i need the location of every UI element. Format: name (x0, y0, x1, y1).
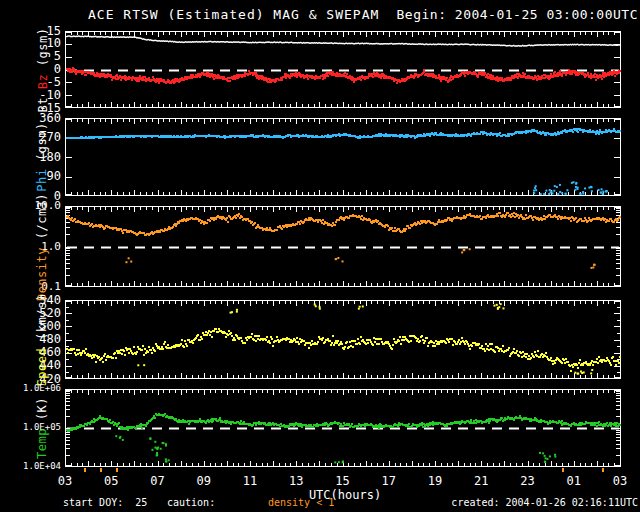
ace-rtsw-plot-screen: ACE RTSW (Estimated) MAG & SWEPAM Begin:… (0, 0, 640, 512)
footer-caution-value: density < 1 (268, 497, 334, 508)
caution-tick-mark (602, 468, 604, 472)
phi-panel-canvas (65, 118, 621, 196)
phi-axis-label-part: (gsm) (35, 122, 49, 168)
x-tick-label: 07 (143, 474, 173, 488)
x-tick-label: 11 (235, 474, 265, 488)
x-tick-label: 03 (50, 474, 80, 488)
x-tick-label: 17 (374, 474, 404, 488)
speed-axis-label-part: (km/s) (35, 293, 49, 347)
phi-axis-label-part: Phi (35, 169, 49, 192)
temp-axis-label-part: (K) (35, 397, 49, 428)
density-axis-label: Density (/cm3) (24, 206, 60, 287)
speed-panel-canvas (65, 300, 621, 379)
x-tick-label: 13 (281, 474, 311, 488)
footer-created-timestamp: created: 2004-01-26 02:16:11UTC (451, 497, 638, 508)
x-tick-label: 01 (559, 474, 589, 488)
mag-axis-label: Bt Bz (gsm) (24, 31, 60, 108)
footer-caution-label: caution: (167, 497, 215, 508)
temp-panel-canvas (65, 389, 621, 467)
mag-panel-canvas (65, 31, 621, 108)
temp-axis-label-part: Temp (35, 428, 49, 459)
phi-axis-label: Phi (gsm) (24, 118, 60, 196)
caution-tick-mark (116, 468, 118, 472)
density-panel-canvas (65, 206, 621, 287)
x-tick-label: 05 (96, 474, 126, 488)
mag-axis-label-part: (gsm) (35, 27, 49, 73)
density-axis-label-part: (/cm3) (35, 192, 49, 246)
caution-tick-mark (562, 468, 564, 472)
x-tick-label: 21 (466, 474, 496, 488)
footer-start-doy: start DOY: 25 (63, 497, 147, 508)
x-tick-label: 09 (189, 474, 219, 488)
x-tick-label: 19 (420, 474, 450, 488)
speed-axis-label: Speed (km/s) (24, 300, 60, 379)
speed-axis-label-part: Speed (35, 347, 49, 386)
x-tick-label: 15 (328, 474, 358, 488)
mag-axis-label-part: Bt (35, 89, 49, 112)
begin-timestamp: Begin: 2004-01-25 03:00:00UTC (397, 7, 638, 22)
caution-tick-mark (100, 468, 102, 472)
temp-axis-label: Temp (K) (24, 389, 60, 467)
x-tick-label: 03 (605, 474, 635, 488)
plot-title: ACE RTSW (Estimated) MAG & SWEPAM (88, 7, 379, 22)
x-tick-label: 23 (513, 474, 543, 488)
mag-axis-label-part: Bz (35, 73, 49, 88)
caution-tick-mark (84, 468, 86, 472)
footer: start DOY: 25 caution: density < 1 creat… (0, 497, 640, 510)
